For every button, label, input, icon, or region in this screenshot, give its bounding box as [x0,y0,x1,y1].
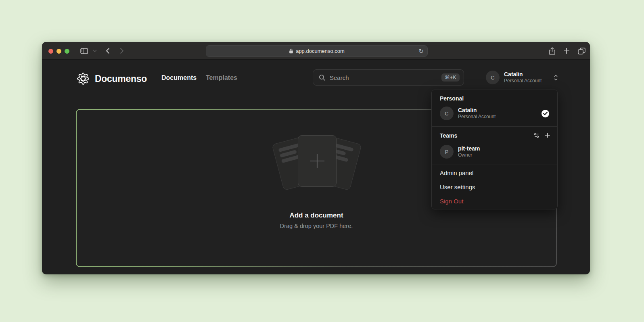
account-menu-trigger[interactable]: C Catalin Personal Account [486,69,558,86]
lock-icon [289,48,293,54]
add-team-icon[interactable] [545,132,550,138]
search-placeholder: Search [330,74,441,81]
zoom-window-button[interactable] [65,49,69,54]
manage-teams-icon[interactable] [533,132,539,138]
account-dropdown-menu: Personal C Catalin Personal Account Team… [431,90,558,209]
url-text: app.documenso.com [296,48,345,54]
documenso-logo-icon [76,71,90,86]
menu-item-admin-panel[interactable]: Admin panel [440,169,473,176]
back-button[interactable] [103,42,112,60]
account-avatar: C [486,71,500,84]
browser-window: app.documenso.com ↻ Docum [42,42,590,274]
account-name: Catalin [504,71,542,78]
selected-check-icon [542,110,549,117]
share-icon[interactable] [547,42,557,60]
minimize-window-button[interactable] [56,49,61,54]
dropzone-title: Add a document [77,211,556,220]
team-role: Owner [458,152,480,158]
forward-button[interactable] [117,42,126,60]
personal-section-label: Personal [440,95,464,102]
sidebar-toggle-icon[interactable] [79,42,89,60]
personal-account-avatar: C [440,107,454,120]
document-stack-illustration [266,142,368,204]
brand[interactable]: Documenso [76,70,147,87]
brand-name: Documenso [95,73,147,84]
search-input[interactable]: Search ⌘+K [313,69,464,86]
tab-overview-icon[interactable] [576,42,587,60]
close-window-button[interactable] [48,49,53,54]
menu-item-user-settings[interactable]: User settings [440,184,475,190]
plus-icon [307,151,327,171]
team-avatar: P [440,145,454,159]
dropzone-subtitle: Drag & drop your PDF here. [77,223,556,229]
add-document-card[interactable] [298,135,337,187]
chevrons-up-down-icon [553,74,558,81]
account-subtitle: Personal Account [504,78,542,84]
search-icon [319,74,326,81]
address-bar[interactable]: app.documenso.com ↻ [206,45,428,57]
personal-account-subtitle: Personal Account [458,114,496,120]
menu-divider [432,126,557,127]
nav-documents[interactable]: Documents [161,74,197,82]
personal-account-name: Catalin [458,107,496,114]
reload-icon[interactable]: ↻ [418,46,424,56]
menu-item-sign-out[interactable]: Sign Out [440,198,463,205]
sidebar-chevron-down-icon[interactable] [92,42,98,60]
menu-divider [432,165,557,165]
new-tab-icon[interactable] [562,42,571,60]
search-shortcut-badge: ⌘+K [441,73,460,82]
teams-section-label: Teams [440,132,457,139]
browser-toolbar: app.documenso.com ↻ [42,42,590,60]
nav-templates[interactable]: Templates [206,74,237,82]
team-item[interactable]: P pit-team Owner [437,143,552,160]
team-name: pit-team [458,145,480,152]
personal-account-item[interactable]: C Catalin Personal Account [437,105,552,122]
